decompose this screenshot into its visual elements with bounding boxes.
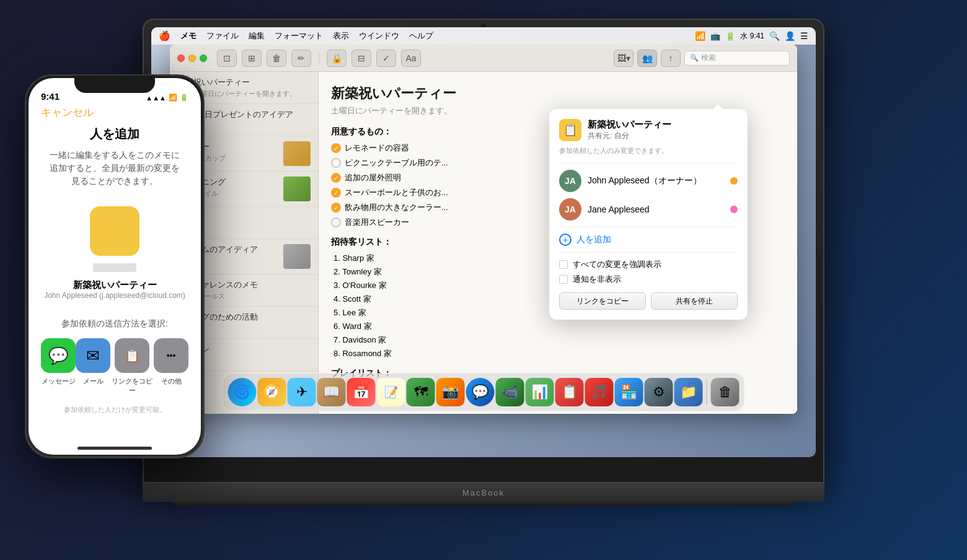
dock-keynote-icon[interactable]: 📋 [555,378,584,406]
sidebar-item-5-thumb [283,244,311,269]
dock-messages-icon[interactable]: 💬 [466,378,495,406]
iphone: 9:41 ▲▲▲ 📶 🔋 キャンセル 人を追加 一緒に編集をする人をこのメモに追… [25,74,205,458]
dock-books-icon[interactable]: 📖 [317,378,346,406]
more-icon: ••• [154,338,188,373]
airplay-icon: 📺 [710,32,720,41]
control-center-icon[interactable]: ☰ [800,31,808,41]
cancel-button[interactable]: キャンセル [41,105,94,120]
share-popover: 📋 新築祝いパーティー 共有元: 自分 参加依頼した人のみ変更できます。 [549,109,748,320]
wifi-icon: 📶 [695,31,705,41]
share-collaborators-button[interactable]: 👥 [637,50,657,67]
export-button[interactable]: ↑ [661,50,681,67]
lock-button[interactable]: 🔒 [327,50,347,67]
dock-appstore-icon[interactable]: 🏪 [615,378,643,406]
checkbox-row-1: すべての変更を強調表示 [559,259,738,270]
delete-button[interactable]: 🗑 [267,50,286,67]
sidebar-item-2-thumb [283,141,311,166]
highlight-changes-checkbox[interactable] [559,260,568,269]
sidebar-icon: ⊡ [223,53,231,63]
copy-link-button[interactable]: リンクをコピー [559,292,646,310]
dock-downloads-icon[interactable]: 📁 [674,378,703,406]
share-messages[interactable]: 💬 メッセージ [41,338,76,395]
checkbox-5[interactable] [331,217,341,227]
checklist-item-2-text: 追加の屋外照明 [345,172,401,183]
iphone-time: 9:41 [41,91,60,102]
stop-sharing-button[interactable]: 共有を停止 [651,292,738,310]
iphone-note-icon [90,206,139,256]
iphone-status-right: ▲▲▲ 📶 🔋 [146,94,188,102]
iphone-note-shadow [93,263,136,272]
dock-notes-icon[interactable]: 📝 [377,378,405,406]
dock-safari-icon[interactable]: 🧭 [258,378,286,406]
dock-maps-icon[interactable]: 🗺 [407,378,435,406]
popover-permission: 参加依頼した人のみ変更できます。 [559,146,738,155]
check-button[interactable]: ✓ [376,50,396,67]
lock-icon: 🔒 [332,53,342,63]
menu-item-memo[interactable]: メモ [180,30,196,42]
menu-item-file[interactable]: ファイル [206,30,239,42]
dock-numbers-icon[interactable]: 📊 [526,378,554,406]
format-icon: Aa [405,53,416,63]
minimize-button[interactable] [188,55,196,62]
dock-trash-icon[interactable]: 🗑 [711,378,740,406]
macbook-body: 🍎 メモ ファイル 編集 フォーマット 表示 ウインドウ ヘルプ 📶 📺 🔋 水… [143,19,824,483]
macbook: 🍎 メモ ファイル 編集 フォーマット 表示 ウインドウ ヘルプ 📶 📺 🔋 水… [143,19,824,527]
macbook-foot [174,501,793,505]
image-button[interactable]: 🖼▾ [614,50,634,67]
guest-6: 7. Davidson 家 [333,335,785,346]
copy-link-icon: 📋 [115,338,149,373]
dock-finder-icon[interactable]: 🌀 [228,378,257,406]
grid-icon: ⊞ [248,53,255,63]
compose-button[interactable]: ✏ [291,50,311,67]
share-mail[interactable]: ✉ メール [76,338,110,395]
columns-button[interactable]: ⊟ [351,50,371,67]
participant-0-avatar: JA [559,170,581,192]
checkbox-0[interactable]: ✓ [331,143,341,153]
menu-item-view[interactable]: 表示 [333,30,349,42]
menu-item-edit[interactable]: 編集 [249,30,265,42]
dock-systemprefs-icon[interactable]: ⚙ [645,378,673,406]
dock-separator [707,380,707,405]
dock-mail-icon[interactable]: ✈ [288,378,316,406]
menu-item-help[interactable]: ヘルプ [409,30,433,42]
trash-icon: 🗑 [272,53,281,63]
menu-item-format[interactable]: フォーマット [275,30,323,42]
sidebar-item-0-preview: 土曜日にパーティーを開きます。 [194,89,296,98]
hide-notifications-checkbox[interactable] [559,275,568,284]
macbook-label: MacBook [462,488,505,497]
share-copy-link[interactable]: 📋 リンクをコピー [110,338,154,395]
checklist-item-4-text: 飲み物用の大きなクーラー... [345,202,448,213]
checkbox-2[interactable]: ✓ [331,173,341,183]
popover-shared: 共有元: 自分 [588,131,671,141]
format-button[interactable]: Aa [401,50,421,67]
maximize-button[interactable] [200,55,207,62]
macbook-screen-bezel: 🍎 メモ ファイル 編集 フォーマット 表示 ウインドウ ヘルプ 📶 📺 🔋 水… [151,27,816,457]
iphone-section-label: 参加依頼の送信方法を選択: [29,312,201,338]
dock-calendar-icon[interactable]: 📅 [347,378,376,406]
user-icon[interactable]: 👤 [785,31,795,41]
iphone-note-sublabel: John Appleseed (j.appleseed@icloud.com) [44,291,185,300]
grid-view-button[interactable]: ⊞ [242,50,262,67]
dock-photos-icon[interactable]: 📸 [436,378,465,406]
sidebar-toggle-button[interactable]: ⊡ [217,50,237,67]
hide-notifications-label: 通知を非表示 [573,274,621,285]
dock-facetime-icon[interactable]: 📹 [496,378,524,406]
apple-logo-icon[interactable]: 🍎 [159,30,170,42]
battery-icon: 🔋 [725,32,735,41]
macbook-screen: 🍎 メモ ファイル 編集 フォーマット 表示 ウインドウ ヘルプ 📶 📺 🔋 水… [151,27,816,457]
sidebar-item-3-thumb [283,177,311,201]
close-button[interactable] [177,55,185,62]
messages-icon: 💬 [41,338,76,373]
participant-1-avatar: JA [559,198,581,221]
checkbox-3[interactable]: ✓ [331,188,341,198]
checkbox-4[interactable]: ✓ [331,203,341,212]
checkbox-1[interactable] [331,158,341,168]
checklist-item-1-text: ピクニックテーブル用のテ... [345,157,448,168]
share-more-label: その他 [161,377,182,386]
search-box[interactable]: 🔍 検索 [684,51,790,66]
add-person-row[interactable]: + 人を追加 [559,234,738,246]
share-more[interactable]: ••• その他 [154,338,188,395]
search-icon[interactable]: 🔍 [769,31,780,41]
menu-item-window[interactable]: ウインドウ [359,30,399,42]
dock-music-icon[interactable]: 🎵 [585,378,614,406]
